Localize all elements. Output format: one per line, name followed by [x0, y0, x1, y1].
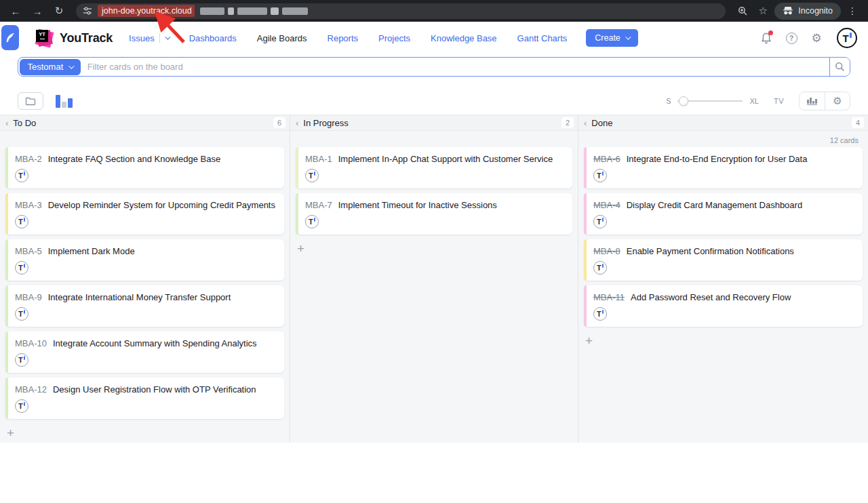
site-info-icon[interactable] [83, 6, 92, 16]
page-bottom-divider [0, 443, 868, 503]
notifications-bell-icon[interactable] [759, 31, 774, 45]
card-id: MBA-5 [15, 246, 42, 256]
add-card-button[interactable]: + [584, 331, 597, 350]
card-title: Enable Payment Confirmation Notification… [627, 246, 794, 256]
nav-reports[interactable]: Reports [328, 33, 359, 43]
assignee-avatar: T [593, 215, 607, 228]
card-size-slider[interactable] [677, 96, 743, 106]
column-title: Done [591, 118, 612, 128]
assignee-avatar: T [15, 399, 28, 413]
issue-card[interactable]: MBA-2Integrate FAQ Section and Knowledge… [5, 147, 284, 188]
issue-card[interactable]: MBA-8Enable Payment Confirmation Notific… [584, 239, 863, 281]
nav-projects[interactable]: Projects [378, 33, 410, 43]
column-header-in-progress: ‹In Progress2 [290, 115, 578, 130]
browser-reload-button[interactable]: ↻ [50, 2, 68, 20]
card-title: Integrate FAQ Section and Knowledge Base [48, 154, 220, 164]
issue-card[interactable]: MBA-12Design User Registration Flow with… [5, 378, 284, 419]
chart-view-toggle[interactable] [56, 94, 73, 108]
browser-menu-icon[interactable]: ⋮ [844, 2, 861, 20]
column-in-progress: MBA-1Implement In-App Chat Support with … [290, 131, 578, 443]
settings-gear-icon[interactable]: ⚙ [809, 31, 824, 45]
incognito-label: Incognito [798, 6, 833, 16]
browser-forward-button[interactable]: → [28, 2, 46, 20]
chevron-down-icon[interactable] [165, 34, 170, 39]
avatar-accent [602, 172, 604, 176]
card-header: MBA-5Implement Dark Mode [15, 246, 276, 256]
assignee-avatar: T [15, 169, 28, 182]
youtrack-logo[interactable]: YT [35, 29, 54, 47]
card-title: Integrate International Money Transfer S… [48, 292, 231, 302]
add-card-button[interactable]: + [296, 239, 309, 258]
card-id: MBA-1 [305, 154, 332, 164]
chevron-down-icon [625, 34, 631, 39]
column-header-to-do: ‹To Do6 [0, 115, 290, 130]
board-settings-button[interactable]: ⚙ [825, 92, 850, 110]
assignee-avatar: T [15, 353, 28, 367]
zoom-icon[interactable] [734, 2, 751, 20]
slider-knob[interactable] [679, 96, 688, 106]
card-id: MBA-8 [593, 246, 620, 256]
help-icon[interactable]: ? [784, 31, 799, 45]
avatar-accent [24, 172, 25, 176]
issue-card[interactable]: MBA-7Implement Timeout for Inactive Sess… [296, 193, 572, 235]
card-id: MBA-3 [15, 200, 42, 210]
card-id: MBA-10 [15, 338, 47, 348]
issue-card[interactable]: MBA-3Develop Reminder System for Upcomin… [5, 193, 284, 235]
nav-knowledge-base[interactable]: Knowledge Base [431, 33, 497, 43]
nav-label: Agile Boards [257, 33, 307, 43]
gear-icon: ⚙ [833, 95, 842, 107]
backlog-folder-button[interactable] [18, 92, 43, 110]
issue-card[interactable]: MBA-11Add Password Reset and Recovery Fl… [584, 285, 863, 327]
feather-icon [5, 33, 15, 43]
issue-card[interactable]: MBA-5Implement Dark ModeT [5, 239, 284, 281]
card-title: Display Credit Card Management Dashboard [627, 200, 802, 210]
create-button[interactable]: Create [586, 29, 638, 47]
filter-cards-input[interactable] [82, 58, 829, 76]
search-button[interactable] [829, 58, 850, 76]
card-header: MBA-6Integrate End-to-End Encryption for… [593, 154, 854, 164]
card-title: Add Password Reset and Recovery Flow [631, 292, 791, 302]
assignee-avatar: T [593, 261, 607, 275]
tv-mode-button[interactable]: TV [774, 97, 784, 105]
notification-badge [768, 31, 773, 35]
address-bar[interactable]: john-doe.youtrack.cloud [76, 3, 726, 19]
column-headers: ‹To Do6‹In Progress2‹Done4 [0, 115, 868, 131]
card-id: MBA-12 [15, 384, 47, 395]
collapse-column-icon[interactable]: ‹ [584, 118, 587, 128]
avatar-accent [24, 402, 25, 406]
user-avatar[interactable]: T [837, 28, 857, 48]
card-title: Implement Timeout for Inactive Sessions [338, 200, 497, 210]
issue-card[interactable]: MBA-1Implement In-App Chat Support with … [296, 147, 572, 188]
add-card-button[interactable]: + [5, 424, 19, 442]
nav-issues[interactable]: Issues [129, 33, 169, 43]
issue-card[interactable]: MBA-9Integrate International Money Trans… [5, 285, 284, 327]
issue-card[interactable]: MBA-4Display Credit Card Management Dash… [584, 193, 863, 235]
nav-gantt-charts[interactable]: Gantt Charts [517, 33, 568, 43]
bookmark-star-icon[interactable]: ☆ [754, 2, 772, 20]
browser-back-button[interactable]: ← [7, 2, 24, 20]
collapse-column-icon[interactable]: ‹ [296, 118, 298, 128]
chevron-down-icon [68, 63, 74, 68]
card-id: MBA-6 [593, 154, 620, 164]
issue-card[interactable]: MBA-6Integrate End-to-End Encryption for… [584, 147, 863, 188]
url-text[interactable]: john-doe.youtrack.cloud [98, 5, 195, 17]
folder-icon [25, 97, 36, 106]
create-button-label: Create [595, 33, 620, 43]
nav-agile-boards[interactable]: Agile Boards [257, 33, 307, 43]
extension-sidebar-button[interactable] [1, 25, 19, 50]
avatar-accent [314, 218, 315, 222]
avatar-accent [24, 264, 25, 268]
issue-card[interactable]: MBA-10Integrate Account Summary with Spe… [5, 331, 284, 373]
column-to-do: MBA-2Integrate FAQ Section and Knowledge… [0, 131, 290, 443]
card-header: MBA-8Enable Payment Confirmation Notific… [593, 246, 854, 256]
chart-button[interactable] [800, 92, 825, 110]
collapse-column-icon[interactable]: ‹ [5, 118, 8, 128]
nav-dashboards[interactable]: Dashboards [189, 33, 237, 43]
url-redacted [200, 7, 308, 15]
column-title: In Progress [303, 118, 348, 128]
assignee-avatar: T [593, 169, 607, 182]
card-header: MBA-10Integrate Account Summary with Spe… [15, 338, 276, 348]
board-selector-button[interactable]: Testomat [20, 59, 81, 75]
card-header: MBA-7Implement Timeout for Inactive Sess… [305, 200, 564, 210]
column-count-badge: 4 [852, 117, 864, 128]
